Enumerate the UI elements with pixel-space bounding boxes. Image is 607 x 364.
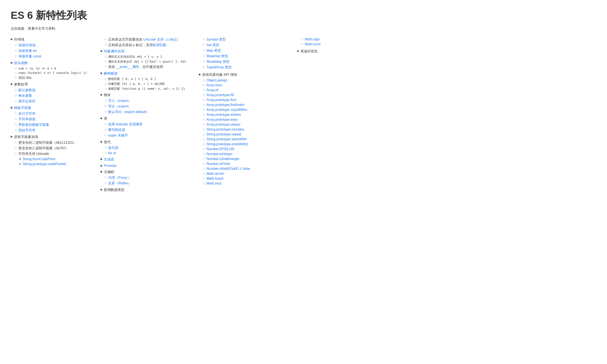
bullet-icon [105,105,106,107]
bullet-icon [15,142,17,143]
link-array-of[interactable]: Array.of [207,88,218,92]
bullet-icon [15,89,17,91]
link-number-issafeinteger[interactable]: Number.isSafeInteger [207,157,240,161]
link-array-values[interactable]: Array.prototype.values [207,123,240,127]
link-string-repeat[interactable]: String.prototype.repeat [207,132,241,136]
bullet-icon [11,62,13,64]
link-tagged-template[interactable]: 带标签的模板字面量 [18,123,49,127]
bullet-icon [15,95,17,96]
link-math-imul[interactable]: Math.imul [207,182,221,185]
link-super[interactable]: super 关键字 [108,133,128,138]
bullet-icon [105,123,106,125]
bullet-icon [203,119,205,120]
bullet-icon [203,44,205,46]
section-label: 新增数据类型 [104,188,124,192]
link-string-startswith[interactable]: String.prototype.startsWith [207,137,247,141]
link-array-fill[interactable]: Array.prototype.fill [207,93,234,97]
link-rest[interactable]: 剩余参数 [18,93,32,98]
link-typedarray[interactable]: TypedArray 类型 [207,65,232,70]
link-number-isinteger[interactable]: Number.isInteger [207,152,233,156]
link-arrow-fn[interactable]: 箭头函数 [14,61,28,65]
link-iterator[interactable]: 迭代器 [108,146,119,150]
link-number-epsilon[interactable]: Number.EPSILON [207,147,234,151]
bullet-icon [203,129,205,130]
text-regex-y: 正则表达式添加 y 标记，支持粘滞匹配 [108,43,167,47]
link-weakmap[interactable]: WeakMap 类型 [207,60,230,64]
bullet-icon [203,153,205,155]
link-number-isfinite[interactable]: Number.isFinite [207,162,230,166]
bullet-icon [203,143,205,145]
link-proto[interactable]: __proto__ 属性 [116,65,139,69]
link-obj-props[interactable]: 对象属性加强 [104,49,124,54]
link-map[interactable]: Map 类型 [207,49,221,53]
link-unicode-flag[interactable]: Unicode 支持（u 标记） [143,38,180,41]
link-interpolation[interactable]: 字符串插值 [18,117,36,122]
section-label: 类 [104,117,107,121]
link-array-keys[interactable]: Array.prototype.keys [207,118,238,122]
link-set[interactable]: Set 类型 [207,43,219,47]
link-math-hypot[interactable]: Math.hypot [207,177,223,181]
link-code-point-at[interactable]: String.prototype.codePointAt [23,162,66,166]
bullet-icon [100,72,102,74]
bullet-icon [15,118,17,120]
bullet-icon [15,68,17,69]
link-const[interactable]: 块级常量 const [18,54,41,59]
link-string-endswith[interactable]: String.prototype.endsWith() [207,142,248,146]
code-obj-1: 属性定义支持短语法 obj = { x, y } [108,55,162,59]
link-sticky[interactable]: 粘滞匹配 [153,43,167,47]
link-array-findindex[interactable]: Array.prototype.findIndex [207,103,245,107]
bullet-icon [105,88,106,90]
bullet-icon [100,141,102,143]
link-constructor[interactable]: 重写构造器 [108,128,125,132]
link-proxy[interactable]: 代理（Proxy） [108,176,131,180]
bullet-icon [203,133,205,135]
column-1: 作用域 块级作用域 块级变量 let 块级常量 const 箭头函数 sum =… [11,37,92,168]
link-math-trunc[interactable]: Math.trunc [305,42,321,46]
bullet-icon [203,55,205,57]
link-array-entries[interactable]: Array.prototype.entries [207,113,241,117]
link-reflect[interactable]: 反射（Reflex） [108,181,132,186]
link-export[interactable]: 导出（export） [108,104,131,109]
link-array-from[interactable]: Array.from [207,83,222,87]
bullet-icon [199,74,200,75]
link-object-assign[interactable]: Object.assign [207,78,227,82]
link-default-params[interactable]: 默认参数值 [18,88,36,92]
link-string-includes[interactable]: String.prototype.includes [207,128,244,131]
link-number-isnan[interactable]: Number.isNaN('NaN') // false [207,167,250,171]
bullet-icon [105,134,106,136]
bullet-icon [100,158,102,160]
text-proto: 添加 __proto__ 属性，但不建议使用 [108,65,163,69]
link-export-default[interactable]: 默认导出（export default） [108,110,149,114]
link-weakset[interactable]: WeakSet 类型 [207,54,228,59]
section-label: 元编程 [104,170,114,174]
link-math-acosh[interactable]: Math.acosh [207,172,224,176]
bullet-icon [297,50,299,52]
link-spread[interactable]: 展开运算符 [18,99,36,104]
bullet-icon [203,109,205,111]
link-promise[interactable]: Promise [104,164,117,168]
link-math-sign[interactable]: Math.sign [305,37,319,41]
link-let[interactable]: 块级变量 let [18,49,37,53]
bullet-icon [15,44,17,46]
link-block-scope[interactable]: 块级作用域 [18,43,36,48]
link-array-copywithin[interactable]: Array.prototype.copyWithin [207,108,247,112]
link-for-of[interactable]: for of [108,151,116,155]
bullet-icon [15,50,17,52]
link-symbol[interactable]: Symbol 类型 [207,37,226,42]
link-multiline[interactable]: 多行字符串 [18,112,36,116]
link-destructuring[interactable]: 解构赋值 [104,71,118,76]
column-3: Symbol 类型 Set 类型 Map 类型 WeakSet 类型 WeakM… [199,37,289,188]
link-from-code-point[interactable]: String.fromCodePoint [23,157,55,161]
link-template-literal[interactable]: 模板字面量 [14,106,31,110]
bullet-icon [203,183,205,184]
bullet-icon [301,43,303,45]
link-import[interactable]: 导入（import） [108,99,131,103]
section-label: 参数处理 [14,82,28,87]
bullet-icon [203,89,205,91]
link-array-find[interactable]: Array.prototype.find [207,98,236,102]
bullet-icon [105,83,106,85]
link-extends[interactable]: 使用 extends 实现继承 [108,122,143,127]
link-generator[interactable]: 生成器 [104,157,114,162]
bullet-icon [203,158,205,160]
link-raw-string[interactable]: 原始字符串 [18,128,36,133]
